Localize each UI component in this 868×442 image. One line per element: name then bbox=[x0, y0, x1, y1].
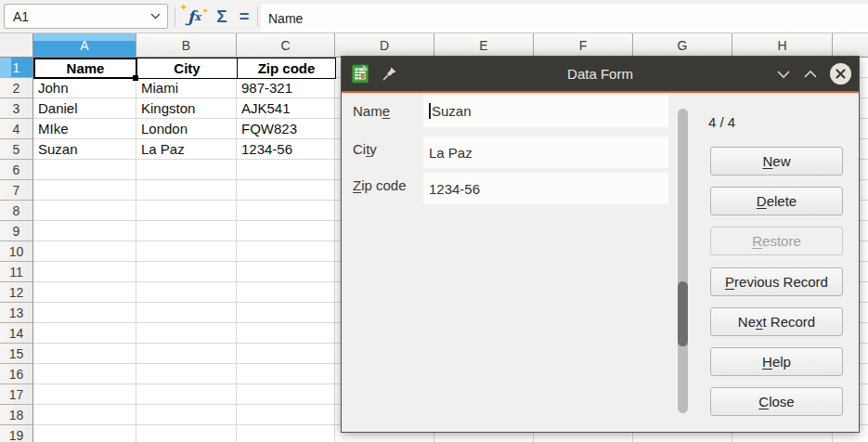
row-header-5[interactable]: 5 bbox=[0, 139, 33, 160]
grid-vline bbox=[236, 58, 237, 442]
row-header-3[interactable]: 3 bbox=[0, 98, 33, 119]
name-field-label: Name bbox=[353, 103, 390, 119]
next-record-button[interactable]: Next Record bbox=[710, 307, 843, 336]
cell[interactable]: Miami bbox=[137, 78, 236, 98]
cell[interactable]: AJK541 bbox=[238, 98, 334, 118]
column-header-A[interactable]: A bbox=[33, 33, 136, 58]
table-header-cell[interactable]: Name bbox=[33, 58, 137, 79]
record-counter: 4 / 4 bbox=[708, 114, 735, 130]
close-icon[interactable] bbox=[830, 63, 851, 84]
city-field[interactable]: La Paz bbox=[423, 136, 668, 168]
row-header-13[interactable]: 13 bbox=[0, 303, 33, 323]
cell[interactable]: La Paz bbox=[137, 139, 236, 159]
column-header-B[interactable]: B bbox=[136, 33, 237, 58]
grid-vline bbox=[136, 58, 136, 442]
row-header-11[interactable]: 11 bbox=[0, 262, 33, 282]
row-header-8[interactable]: 8 bbox=[0, 201, 33, 221]
table-header-cell[interactable]: City bbox=[136, 58, 238, 79]
zip-code-field[interactable]: 1234-56 bbox=[423, 173, 668, 204]
grid-vline bbox=[334, 58, 335, 442]
data-form-dialog: Data Form Name Suzan City bbox=[341, 56, 860, 433]
cell[interactable]: Suzan bbox=[34, 139, 136, 159]
cell[interactable]: FQW823 bbox=[238, 119, 334, 138]
column-header-D[interactable]: D bbox=[335, 33, 434, 58]
help-button[interactable]: Help bbox=[710, 347, 843, 376]
city-field-label: City bbox=[353, 141, 377, 157]
name-box-dropdown-icon[interactable] bbox=[150, 13, 161, 20]
scrollbar-thumb[interactable] bbox=[678, 281, 688, 346]
row-header-1[interactable]: 1 bbox=[0, 58, 33, 78]
toolbar-separator bbox=[257, 6, 258, 27]
dialog-title: Data Form bbox=[567, 66, 633, 82]
column-header-partial[interactable] bbox=[833, 33, 868, 58]
calc-window: A1 ƒx Σ = Name bbox=[0, 0, 868, 442]
cell[interactable]: 1234-56 bbox=[238, 139, 334, 159]
scrollbar-track[interactable] bbox=[678, 109, 688, 413]
row-header-12[interactable]: 12 bbox=[0, 282, 33, 303]
cell[interactable]: London bbox=[137, 119, 236, 138]
row-header-14[interactable]: 14 bbox=[0, 323, 33, 344]
zip-code-field-label: Zip code bbox=[353, 177, 407, 193]
column-header-G[interactable]: G bbox=[633, 33, 732, 58]
delete-button[interactable]: Delete bbox=[710, 187, 843, 215]
cell[interactable]: John bbox=[34, 78, 136, 98]
cell[interactable]: 987-321 bbox=[238, 78, 334, 98]
row-header-18[interactable]: 18 bbox=[0, 405, 33, 425]
roll-up-chevron-icon[interactable] bbox=[803, 70, 818, 79]
table-header-cell[interactable]: Zip code bbox=[237, 58, 336, 79]
pin-icon[interactable] bbox=[382, 66, 397, 82]
row-header-7[interactable]: 7 bbox=[0, 180, 33, 201]
row-header-16[interactable]: 16 bbox=[0, 364, 33, 384]
row-header-15[interactable]: 15 bbox=[0, 344, 33, 364]
column-header-C[interactable]: C bbox=[237, 33, 335, 58]
cell[interactable]: MIke bbox=[34, 119, 136, 138]
column-header-F[interactable]: F bbox=[534, 33, 633, 58]
row-header-6[interactable]: 6 bbox=[0, 160, 33, 180]
equals-icon[interactable]: = bbox=[234, 4, 254, 30]
formula-bar: A1 ƒx Σ = Name bbox=[0, 0, 868, 33]
row-header-17[interactable]: 17 bbox=[0, 384, 33, 405]
select-all-corner[interactable] bbox=[0, 33, 33, 58]
new-button[interactable]: New bbox=[710, 147, 843, 176]
row-header-10[interactable]: 10 bbox=[0, 241, 33, 262]
cell[interactable]: Daniel bbox=[34, 98, 136, 118]
selection-fill-handle[interactable] bbox=[133, 75, 138, 81]
column-header-H[interactable]: H bbox=[732, 33, 833, 58]
name-field[interactable]: Suzan bbox=[423, 95, 668, 127]
restore-button[interactable]: Restore bbox=[710, 227, 843, 255]
row-header-4[interactable]: 4 bbox=[0, 119, 33, 139]
dialog-titlebar[interactable]: Data Form bbox=[342, 57, 859, 91]
row-header-19[interactable]: 19 bbox=[0, 425, 33, 442]
previous-record-button[interactable]: Previous Record bbox=[710, 267, 843, 296]
roll-down-chevron-icon[interactable] bbox=[776, 70, 791, 79]
row-header-9[interactable]: 9 bbox=[0, 221, 33, 241]
calc-document-icon bbox=[351, 64, 369, 84]
name-box[interactable]: A1 bbox=[4, 4, 168, 29]
cell[interactable]: Kingston bbox=[137, 98, 236, 118]
text-cursor bbox=[429, 103, 431, 119]
cell-reference: A1 bbox=[5, 9, 150, 24]
row-header-2[interactable]: 2 bbox=[0, 78, 33, 98]
toolbar-separator bbox=[175, 6, 175, 27]
dialog-body: Name Suzan City La Paz Zip code 1234-56 … bbox=[342, 93, 859, 432]
sum-icon[interactable]: Σ bbox=[211, 4, 233, 30]
column-header-E[interactable]: E bbox=[434, 33, 534, 58]
formula-input[interactable]: Name bbox=[261, 4, 868, 32]
function-wizard-icon[interactable]: ƒx bbox=[179, 4, 209, 30]
close-button[interactable]: Close bbox=[710, 387, 843, 416]
